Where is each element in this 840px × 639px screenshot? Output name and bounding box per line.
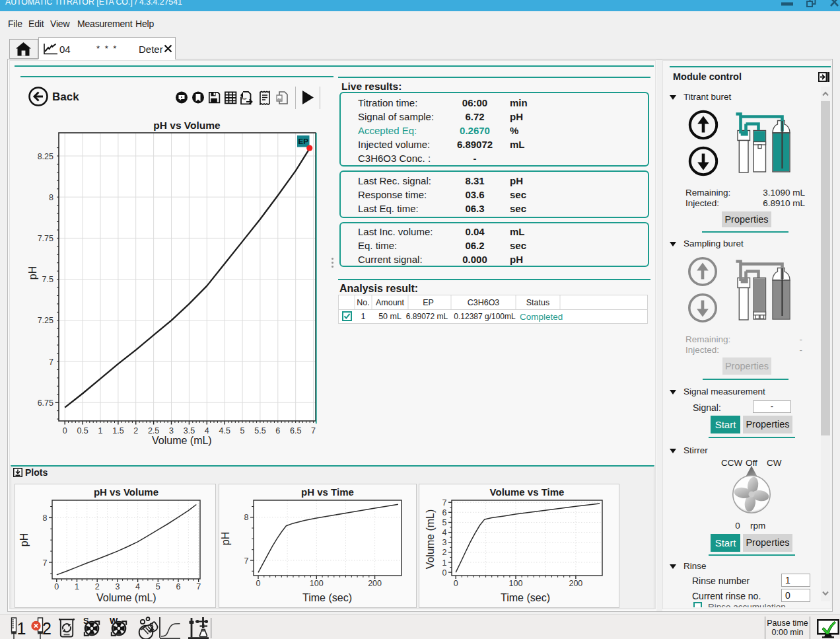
svg-text:1: 1 (75, 582, 79, 591)
svg-text:100: 100 (509, 579, 523, 588)
svg-text:100: 100 (310, 579, 324, 588)
svg-text:8: 8 (49, 193, 53, 202)
svg-text:3: 3 (115, 582, 120, 591)
svg-text:7: 7 (43, 558, 48, 568)
svg-text:200: 200 (368, 579, 382, 588)
svg-text:2: 2 (95, 582, 100, 591)
svg-text:0.5: 0.5 (77, 426, 88, 435)
svg-text:1: 1 (98, 426, 103, 435)
svg-text:5: 5 (442, 518, 447, 527)
svg-text:7: 7 (49, 357, 53, 367)
svg-text:3: 3 (442, 538, 447, 547)
svg-text:7: 7 (442, 498, 447, 507)
svg-text:5: 5 (240, 426, 245, 435)
svg-text:0: 0 (256, 579, 261, 588)
svg-text:7.5: 7.5 (42, 275, 53, 284)
svg-text:2: 2 (442, 548, 447, 557)
svg-text:1: 1 (442, 558, 447, 568)
svg-text:8: 8 (43, 513, 48, 523)
svg-text:PDF: PDF (242, 98, 247, 100)
svg-text:7: 7 (311, 426, 316, 435)
svg-text:6: 6 (176, 582, 181, 591)
svg-text:6.5: 6.5 (290, 426, 301, 435)
svg-text:8.25: 8.25 (38, 152, 53, 161)
svg-text:8: 8 (244, 513, 249, 522)
svg-text:0: 0 (63, 426, 67, 435)
svg-text:7.25: 7.25 (38, 316, 53, 325)
svg-text:EP: EP (298, 137, 309, 145)
svg-text:7.75: 7.75 (38, 234, 53, 243)
svg-text:7: 7 (196, 582, 201, 591)
svg-text:6: 6 (442, 508, 447, 517)
svg-text:4.5: 4.5 (219, 426, 230, 435)
svg-text:4: 4 (442, 528, 447, 537)
svg-text:1.5: 1.5 (112, 426, 123, 435)
svg-text:1: 1 (17, 619, 26, 638)
svg-text:2: 2 (42, 619, 52, 638)
svg-text:2: 2 (133, 426, 138, 435)
svg-text:4: 4 (135, 582, 140, 591)
svg-text:6: 6 (275, 426, 280, 435)
svg-text:0: 0 (454, 579, 458, 588)
svg-text:5: 5 (156, 582, 160, 591)
svg-text:200: 200 (569, 579, 582, 588)
svg-text:6.75: 6.75 (38, 398, 53, 408)
svg-text:0: 0 (442, 568, 447, 578)
svg-text:7: 7 (244, 556, 249, 566)
svg-text:0: 0 (54, 582, 59, 591)
svg-text:5.5: 5.5 (254, 426, 265, 435)
